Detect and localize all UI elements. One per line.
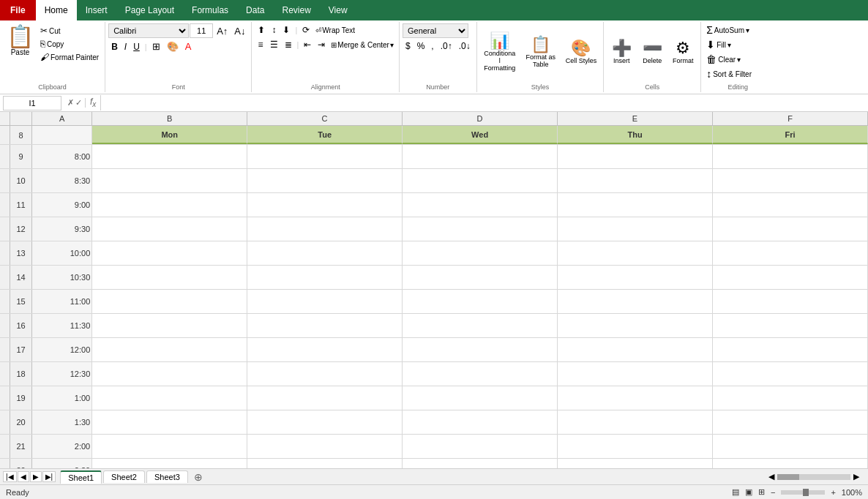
increase-decimal-button[interactable]: .0↑ <box>438 40 455 53</box>
page-break-view-button[interactable]: ⊞ <box>758 487 765 497</box>
cell-b8[interactable]: Mon <box>92 126 247 144</box>
zoom-decrease[interactable]: − <box>771 488 775 497</box>
cell-b10[interactable] <box>92 169 247 192</box>
align-top-button[interactable]: ⬆ <box>255 23 268 37</box>
format-button[interactable]: ⚙ Format <box>668 38 697 67</box>
row-num-13[interactable]: 13 <box>10 241 32 265</box>
col-header-b[interactable]: B <box>92 112 247 125</box>
cell-e9[interactable] <box>558 145 713 168</box>
cell-a15[interactable]: 11:00 <box>32 290 92 313</box>
font-name-select[interactable]: Calibri <box>108 23 189 38</box>
cell-c16[interactable] <box>247 314 403 337</box>
cell-d15[interactable] <box>403 290 558 313</box>
col-header-d[interactable]: D <box>403 112 558 125</box>
decrease-indent-button[interactable]: ⇤ <box>301 38 314 51</box>
formula-confirm[interactable]: ✓ <box>75 98 82 108</box>
zoom-increase[interactable]: + <box>831 488 835 497</box>
cell-b15[interactable] <box>92 290 247 313</box>
row-num-8[interactable]: 8 <box>10 126 32 144</box>
formula-input[interactable] <box>101 97 868 109</box>
align-center-button[interactable]: ☰ <box>267 38 281 51</box>
row-num-18[interactable]: 18 <box>10 362 32 386</box>
cell-e15[interactable] <box>558 290 713 313</box>
cell-b21[interactable] <box>92 435 247 458</box>
cell-c17[interactable] <box>247 338 403 361</box>
cell-c11[interactable] <box>247 193 403 217</box>
cell-b19[interactable] <box>92 386 247 410</box>
cell-a12[interactable]: 9:30 <box>32 217 92 241</box>
cell-c19[interactable] <box>247 386 403 410</box>
cell-b18[interactable] <box>92 362 247 386</box>
cell-d14[interactable] <box>403 266 558 289</box>
text-rotate-button[interactable]: ⟳ <box>299 23 313 37</box>
row-num-17[interactable]: 17 <box>10 338 32 361</box>
decrease-decimal-button[interactable]: .0↓ <box>456 40 474 53</box>
sort-filter-button[interactable]: ↕ Sort & Filter <box>704 67 754 80</box>
copy-button[interactable]: ⎘ Copy <box>39 38 100 50</box>
cell-e11[interactable] <box>558 193 713 217</box>
cell-e21[interactable] <box>558 435 713 458</box>
cell-e12[interactable] <box>558 217 713 241</box>
formula-cancel[interactable]: ✗ <box>67 98 74 108</box>
cell-d8[interactable]: Wed <box>403 126 558 144</box>
fill-color-button[interactable]: 🎨 <box>164 40 182 53</box>
paste-button[interactable]: 📋 Paste <box>3 23 37 80</box>
cell-d9[interactable] <box>403 145 558 168</box>
font-size-input[interactable] <box>190 23 213 38</box>
sheet-tab-sheet3[interactable]: Sheet3 <box>146 470 188 483</box>
row-num-21[interactable]: 21 <box>10 435 32 458</box>
wrap-text-button[interactable]: ⏎ Wrap Text <box>313 26 357 35</box>
scroll-left[interactable]: ◀ <box>768 472 774 481</box>
row-num-12[interactable]: 12 <box>10 217 32 241</box>
cell-d13[interactable] <box>403 241 558 265</box>
cell-c9[interactable] <box>247 145 403 168</box>
cell-e8[interactable]: Thu <box>558 126 713 144</box>
cell-d12[interactable] <box>403 217 558 241</box>
cell-b11[interactable] <box>92 193 247 217</box>
zoom-slider[interactable] <box>781 490 825 495</box>
col-header-c[interactable]: C <box>247 112 403 125</box>
conditional-formatting-button[interactable]: 📊 Conditional Formatting <box>480 31 520 74</box>
cell-f11[interactable] <box>713 193 868 217</box>
align-middle-button[interactable]: ↕ <box>269 23 279 37</box>
cell-d19[interactable] <box>403 386 558 410</box>
sheet-nav-first[interactable]: |◀ <box>3 471 17 482</box>
cell-f18[interactable] <box>713 362 868 386</box>
row-num-9[interactable]: 9 <box>10 145 32 168</box>
cell-b20[interactable] <box>92 410 247 434</box>
cell-b13[interactable] <box>92 241 247 265</box>
cell-f9[interactable] <box>713 145 868 168</box>
cut-button[interactable]: ✂ Cut <box>39 25 100 37</box>
cell-reference-input[interactable] <box>3 96 61 110</box>
normal-view-button[interactable]: ▤ <box>732 487 739 497</box>
cell-d21[interactable] <box>403 435 558 458</box>
cell-a8[interactable] <box>32 126 92 144</box>
sheet-nav-last[interactable]: ▶| <box>42 471 56 482</box>
cell-f14[interactable] <box>713 266 868 289</box>
percent-button[interactable]: % <box>414 40 428 53</box>
font-size-increase-button[interactable]: A↑ <box>214 24 231 38</box>
cell-f12[interactable] <box>713 217 868 241</box>
cell-a19[interactable]: 1:00 <box>32 386 92 410</box>
cell-e18[interactable] <box>558 362 713 386</box>
sheet-nav-prev[interactable]: ◀ <box>18 471 29 482</box>
cell-d10[interactable] <box>403 169 558 192</box>
col-header-a[interactable]: A <box>32 112 92 125</box>
cell-f16[interactable] <box>713 314 868 337</box>
cell-a14[interactable]: 10:30 <box>32 266 92 289</box>
cell-a11[interactable]: 9:00 <box>32 193 92 217</box>
accounting-button[interactable]: $ <box>403 40 414 53</box>
autosum-button[interactable]: Σ AutoSum ▾ <box>704 23 752 37</box>
comma-button[interactable]: , <box>428 40 436 53</box>
cell-c20[interactable] <box>247 410 403 434</box>
cell-f10[interactable] <box>713 169 868 192</box>
delete-button[interactable]: ➖ Delete <box>637 38 667 67</box>
cell-e20[interactable] <box>558 410 713 434</box>
format-as-table-button[interactable]: 📋 Format as Table <box>521 34 561 70</box>
row-num-16[interactable]: 16 <box>10 314 32 337</box>
merge-center-button[interactable]: ⊞ Merge & Center ▾ <box>329 40 396 50</box>
number-format-select[interactable]: General <box>403 23 468 38</box>
italic-button[interactable]: I <box>121 40 130 53</box>
cell-a16[interactable]: 11:30 <box>32 314 92 337</box>
cell-b16[interactable] <box>92 314 247 337</box>
